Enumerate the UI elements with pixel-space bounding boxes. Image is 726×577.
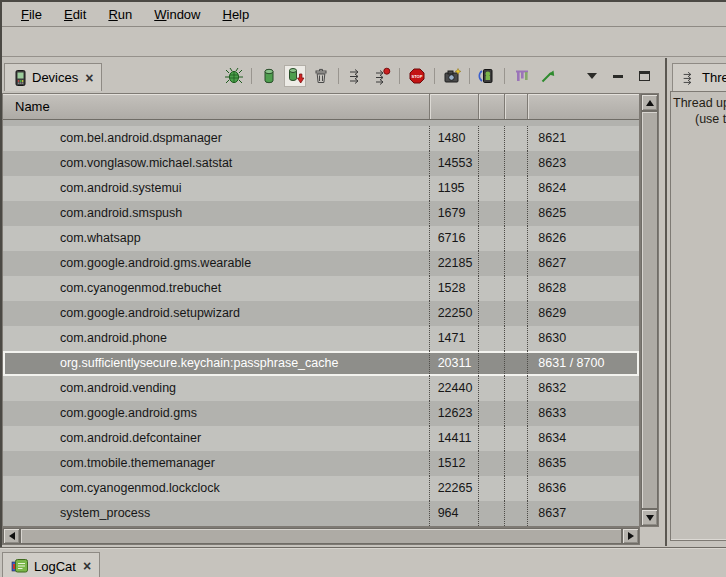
cell-pid: 1471	[429, 326, 478, 351]
table-row[interactable]: com.google.android.setupwizard222508629	[3, 301, 639, 326]
table-row[interactable]: com.android.vending224408632	[3, 376, 639, 401]
menu-file[interactable]: File	[10, 4, 53, 25]
horizontal-scrollbar-thumb[interactable]	[20, 528, 622, 544]
logcat-view: LogCat ×	[0, 547, 726, 577]
table-row[interactable]: com.cyanogenmod.trebuchet15288628	[3, 276, 639, 301]
cell-c4	[504, 376, 527, 401]
cell-pid: 14411	[429, 426, 478, 451]
cell-port: 8629	[527, 301, 639, 326]
table-row[interactable]: com.cyanogenmod.lockclock222658636	[3, 476, 639, 501]
cell-c4	[504, 151, 527, 176]
cell-pid: 1528	[429, 276, 478, 301]
tab-devices[interactable]: Devices ×	[4, 63, 102, 91]
cell-pid: 964	[429, 501, 478, 526]
table-row[interactable]: com.android.phone14718630	[3, 326, 639, 351]
minimize-icon[interactable]	[607, 65, 629, 87]
cell-name: com.google.android.gms.wearable	[3, 251, 429, 276]
opengl-trace-icon[interactable]	[537, 65, 559, 87]
cell-c3	[478, 426, 505, 451]
cell-name: com.android.vending	[3, 376, 429, 401]
tab-threads[interactable]: Threads	[672, 63, 726, 91]
header-port[interactable]	[527, 94, 639, 119]
view-menu-icon[interactable]	[581, 65, 603, 87]
table-row[interactable]: com.google.android.gms126238633	[3, 401, 639, 426]
cell-name: com.tmobile.thememanager	[3, 451, 429, 476]
table-row[interactable]: com.android.smspush16798625	[3, 201, 639, 226]
tab-logcat[interactable]: LogCat ×	[2, 552, 100, 577]
table-row[interactable]: com.tmobile.thememanager15128635	[3, 451, 639, 476]
cell-c4	[504, 201, 527, 226]
threads-message-line2: (use toolbar button to enable)	[695, 112, 726, 126]
header-name[interactable]: Name	[3, 94, 429, 119]
tab-devices-close-icon[interactable]: ×	[83, 72, 93, 84]
threads-view: Threads Thread updates not enabled for s…	[668, 58, 726, 546]
cell-c4	[504, 326, 527, 351]
menu-window[interactable]: Window	[143, 4, 211, 25]
table-row[interactable]: com.whatsapp67168626	[3, 226, 639, 251]
cell-c3	[478, 326, 505, 351]
cell-c4	[504, 251, 527, 276]
table-row[interactable]: com.google.android.gms.wearable221858627	[3, 251, 639, 276]
header-col4[interactable]	[504, 94, 527, 119]
cell-pid: 1679	[429, 201, 478, 226]
menu-edit[interactable]: Edit	[53, 4, 97, 25]
toolbar-separator	[338, 68, 339, 84]
stop-process-icon[interactable]: STOP	[406, 65, 428, 87]
scroll-up-icon[interactable]	[641, 94, 658, 111]
maximize-icon[interactable]	[633, 65, 655, 87]
update-heap-icon[interactable]	[258, 65, 280, 87]
toolbar-separator	[469, 68, 470, 84]
table-row[interactable]: com.android.defcontainer144118634	[3, 426, 639, 451]
cell-port: 8636	[527, 476, 639, 501]
toolbar-separator	[251, 68, 252, 84]
scroll-left-icon[interactable]	[3, 528, 20, 544]
sysinfo-bars-icon[interactable]	[511, 65, 533, 87]
horizontal-scrollbar[interactable]	[2, 527, 640, 545]
table-row[interactable]: com.bel.android.dspmanager14808621	[3, 126, 639, 151]
menu-help[interactable]: Help	[211, 4, 260, 25]
panel-sash[interactable]	[665, 58, 667, 546]
table-row[interactable]: com.vonglasow.michael.satstat145538623	[3, 151, 639, 176]
table-row[interactable]: com.android.systemui11958624	[3, 176, 639, 201]
scroll-down-icon[interactable]	[641, 509, 658, 526]
cause-gc-trash-icon[interactable]	[310, 65, 332, 87]
cell-c4	[504, 301, 527, 326]
method-profiling-icon[interactable]	[371, 65, 393, 87]
vertical-scrollbar-thumb[interactable]	[641, 111, 658, 509]
table-row-selected[interactable]: org.sufficientlysecure.keychain:passphra…	[3, 351, 639, 376]
cell-c3	[478, 176, 505, 201]
table-row[interactable]: system_process9648637	[3, 501, 639, 526]
cell-name: com.whatsapp	[3, 226, 429, 251]
cell-pid: 22440	[429, 376, 478, 401]
device-phone-icon	[13, 70, 27, 86]
toolbar-separator	[434, 68, 435, 84]
cell-pid: 6716	[429, 226, 478, 251]
device-view-icon[interactable]	[476, 65, 498, 87]
cell-c4	[504, 476, 527, 501]
update-threads-icon[interactable]	[345, 65, 367, 87]
debug-process-icon[interactable]	[223, 65, 245, 87]
vertical-scrollbar[interactable]	[640, 93, 659, 527]
cell-port: 8621	[527, 126, 639, 151]
cell-name: com.android.defcontainer	[3, 426, 429, 451]
tab-logcat-close-icon[interactable]: ×	[81, 560, 91, 572]
dump-hprof-icon[interactable]	[284, 65, 306, 87]
threads-icon	[681, 70, 697, 86]
header-pid[interactable]	[429, 94, 478, 119]
cell-pid: 1512	[429, 451, 478, 476]
screen-capture-icon[interactable]	[441, 65, 463, 87]
main-toolbar	[2, 27, 726, 57]
cell-c4	[504, 451, 527, 476]
logcat-icon	[11, 558, 29, 574]
cell-name: com.cyanogenmod.lockclock	[3, 476, 429, 501]
header-col3[interactable]	[478, 94, 505, 119]
menu-run[interactable]: Run	[97, 4, 143, 25]
cell-port: 8630	[527, 326, 639, 351]
cell-c4	[504, 501, 527, 526]
table-body: com.bel.android.dspmanager14808621com.vo…	[3, 120, 639, 526]
cell-pid: 22265	[429, 476, 478, 501]
cell-c3	[478, 501, 505, 526]
scroll-right-icon[interactable]	[622, 528, 639, 544]
cell-name: com.android.systemui	[3, 176, 429, 201]
cell-port: 8637	[527, 501, 639, 526]
